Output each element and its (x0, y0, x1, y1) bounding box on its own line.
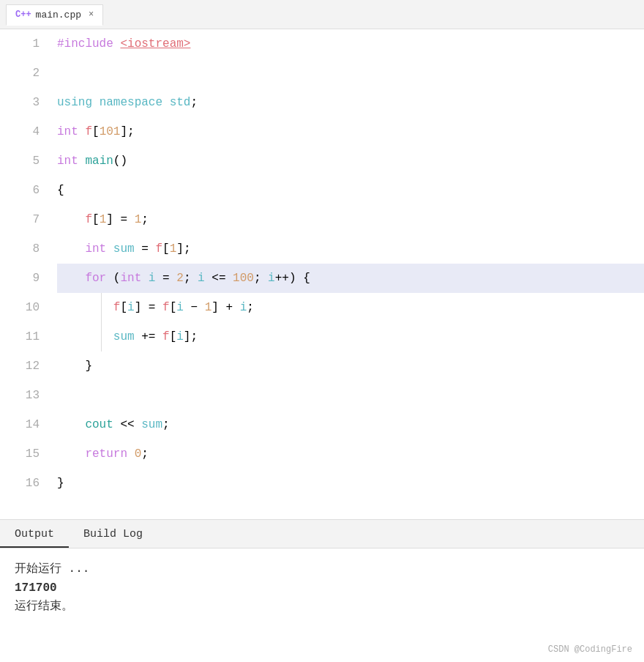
watermark-label: CSDN @CodingFire (548, 644, 632, 655)
line-number: 10 (0, 293, 40, 322)
code-content: } (57, 352, 92, 381)
code-line: } (57, 469, 644, 498)
indent-guide (101, 293, 102, 322)
code-line: int f[101]; (57, 117, 644, 146)
line-number: 6 (0, 176, 40, 205)
line-numbers: 12345678910111213141516 (0, 29, 51, 498)
code-line: int main() (57, 146, 644, 176)
code-content: int sum = f[1]; (57, 234, 190, 264)
line-number: 12 (0, 352, 40, 381)
code-line: } (57, 352, 644, 381)
close-tab-button[interactable]: × (89, 10, 94, 20)
bottom-tab-output[interactable]: Output (0, 522, 69, 548)
indent-guide (101, 322, 102, 352)
code-content: using namespace std; (57, 88, 198, 117)
cpp-icon: C++ (15, 10, 31, 20)
code-line: cout << sum; (57, 410, 644, 439)
code-content: f[i] = f[i − 1] + i; (57, 293, 254, 322)
line-number: 11 (0, 322, 40, 352)
code-content: return 0; (57, 439, 149, 469)
code-container: 12345678910111213141516 #include <iostre… (0, 29, 644, 498)
code-content: for (int i = 2; i <= 100; i++) { (57, 264, 310, 293)
line-number: 16 (0, 469, 40, 498)
code-line: int sum = f[1]; (57, 234, 644, 264)
code-line (57, 381, 644, 410)
line-number: 14 (0, 410, 40, 439)
code-line (57, 59, 644, 88)
code-line: #include <iostream> (57, 29, 644, 59)
line-number: 1 (0, 29, 40, 59)
code-line: return 0; (57, 439, 644, 469)
output-area: 开始运行 ...171700运行结束。CSDN @CodingFire (0, 548, 644, 662)
line-number: 4 (0, 117, 40, 146)
code-lines: #include <iostream>using namespace std;i… (51, 29, 644, 498)
output-line: 171700 (15, 579, 629, 598)
code-content: #include <iostream> (57, 29, 190, 59)
filename-label: main.cpp (36, 10, 81, 21)
bottom-tab-build-log[interactable]: Build Log (69, 522, 157, 548)
title-bar: C++ main.cpp × (0, 0, 644, 29)
line-number: 5 (0, 146, 40, 176)
code-content: { (57, 176, 64, 205)
code-line: f[1] = 1; (57, 205, 644, 234)
code-line: for (int i = 2; i <= 100; i++) { (57, 264, 644, 293)
bottom-tabs: OutputBuild Log (0, 519, 644, 548)
file-tab[interactable]: C++ main.cpp × (6, 4, 103, 26)
code-content: sum += f[i]; (57, 322, 198, 352)
code-line: using namespace std; (57, 88, 644, 117)
output-line: 运行结束。 (15, 598, 629, 617)
line-number: 13 (0, 381, 40, 410)
line-number: 15 (0, 439, 40, 469)
output-line: 开始运行 ... (15, 560, 629, 579)
line-number: 2 (0, 59, 40, 88)
code-content: f[1] = 1; (57, 205, 149, 234)
code-content: int main() (57, 146, 127, 176)
line-number: 7 (0, 205, 40, 234)
code-line: f[i] = f[i − 1] + i; (57, 293, 644, 322)
code-content: cout << sum; (57, 410, 170, 439)
code-line: sum += f[i]; (57, 322, 644, 352)
code-content: int f[101]; (57, 117, 135, 146)
line-number: 8 (0, 234, 40, 264)
code-content: } (57, 469, 64, 498)
line-number: 9 (0, 264, 40, 293)
line-number: 3 (0, 88, 40, 117)
editor-area: 12345678910111213141516 #include <iostre… (0, 29, 644, 519)
code-line: { (57, 176, 644, 205)
